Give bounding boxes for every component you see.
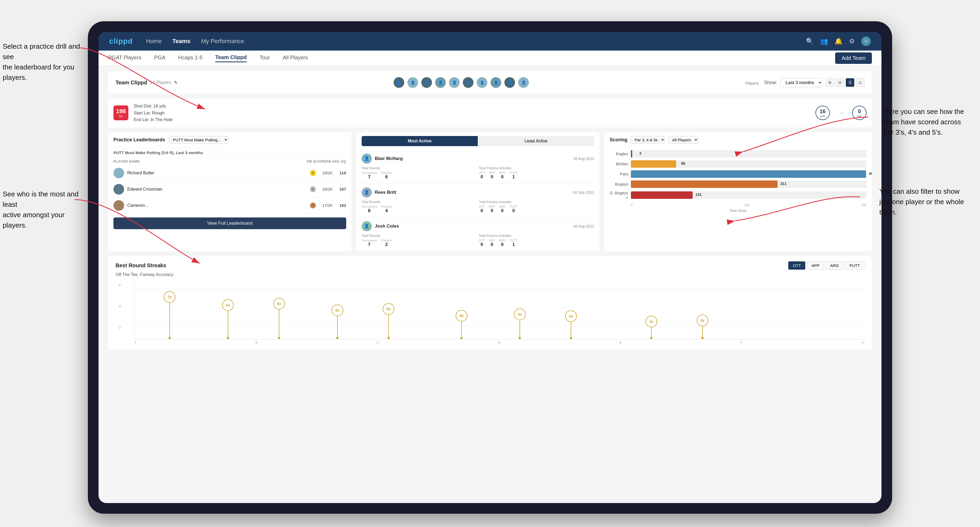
player-avatar-4[interactable]: 👤 [434, 77, 446, 88]
lb-score-2: 18/20 [319, 187, 332, 191]
nav-links: Home Teams My Performance [146, 38, 792, 45]
shot-info: Shot Dist: 16 yds Start Lie: Rough End L… [134, 103, 173, 123]
lb-sq-2: 107 [336, 187, 346, 191]
activity-player-1: 👤 Blair McHarg 26 Aug 2023 Total Rounds … [356, 150, 600, 184]
people-icon[interactable]: 👥 [820, 38, 828, 45]
grid-view-3[interactable]: ☰ [846, 78, 854, 87]
streaks-title: Best Round Streaks [116, 262, 788, 268]
player-avatars: 👤 👤 👤 👤 👤 👤 👤 👤 👤 👤 [183, 77, 740, 88]
view-icons: ⊞ ⊟ ☰ ⊡ [826, 78, 864, 87]
activity-panel: Most Active Least Active 👤 Blair McHarg … [356, 132, 600, 251]
subnav-all-players[interactable]: All Players [283, 55, 308, 62]
least-active-toggle[interactable]: Least Active [478, 136, 594, 146]
grid-view-4[interactable]: ⊡ [856, 78, 864, 87]
streak-pin-5x-1[interactable]: 5x [332, 305, 343, 339]
bell-icon[interactable]: 🔔 [835, 38, 843, 45]
practice-header: Practice Leaderboards PUTT Must Make Put… [108, 132, 352, 148]
player-avatar-1[interactable]: 👤 [393, 77, 405, 88]
practice-title: Practice Leaderboards [113, 137, 165, 143]
settings-icon[interactable]: ⚙ [849, 38, 855, 45]
shot-badge: 198 SC [113, 105, 128, 120]
search-icon[interactable]: 🔍 [806, 38, 814, 45]
filter-arg[interactable]: ARG [826, 261, 843, 270]
player-avatar-8[interactable]: 👤 [490, 77, 502, 88]
par-filter-select[interactable]: Par 3, 4 & 5s Par 3s Par 4s Par 5s [631, 136, 665, 144]
grid-view-2[interactable]: ⊟ [836, 78, 844, 87]
practice-leaderboard-panel: Practice Leaderboards PUTT Must Make Put… [108, 132, 352, 251]
lb-row-2[interactable]: Edward Crossman 2 18/20 107 [108, 181, 352, 197]
view-full-leaderboard-button[interactable]: View Full Leaderboard [113, 217, 346, 229]
lb-avatar-2 [113, 184, 124, 195]
player-avatar-10[interactable]: 👤 [518, 77, 530, 88]
streak-pin-3x-1[interactable]: 3x [646, 316, 657, 339]
shot-display: 198 SC Shot Dist: 16 yds Start Lie: Roug… [108, 98, 872, 127]
annotation-top-right: Here you can see how theteam have scored… [884, 106, 964, 138]
subnav-hcaps[interactable]: Hcaps 1-5 [178, 55, 202, 62]
nav-home[interactable]: Home [146, 38, 162, 45]
annotation-bottom-left: See who is the most and leastactive amon… [3, 189, 85, 230]
nav-icons: 🔍 👥 🔔 ⚙ U [806, 37, 871, 46]
player-filter-select[interactable]: All Players [668, 136, 698, 144]
subnav-pgat[interactable]: PGAT Players [108, 55, 142, 62]
activity-date-1: 26 Aug 2023 [573, 157, 594, 161]
subnav-pga[interactable]: PGA [154, 55, 165, 62]
player-avatar-6[interactable]: 👤 [462, 77, 474, 88]
main-content: Team Clippd 14 Players ✎ 👤 👤 👤 👤 👤 👤 👤 👤… [99, 66, 881, 503]
lb-avatar-1 [113, 168, 124, 178]
lb-badge-gold: 1 [310, 170, 316, 176]
grid-view-1[interactable]: ⊞ [826, 78, 834, 87]
lb-row-1[interactable]: Richard Butler 1 19/20 110 [108, 165, 352, 181]
subnav-tour[interactable]: Tour [259, 55, 270, 62]
streak-pin-4x-3[interactable]: 4x [565, 310, 577, 339]
lb-row-3[interactable]: Cameron... 3 17/20 103 [108, 197, 352, 214]
player-avatar-2[interactable]: 👤 [407, 77, 418, 88]
most-active-toggle[interactable]: Most Active [362, 136, 478, 146]
streak-pin-6x-2[interactable]: 6x [273, 298, 285, 339]
streak-pin-3x-2[interactable]: 3x [697, 314, 708, 339]
leaderboard-cols: PLAYER NAME PB SCORE PB AVG SQ [108, 158, 352, 165]
player-avatar-3[interactable]: 👤 [421, 77, 433, 88]
streaks-header: Best Round Streaks OTT APP ARG PUTT [116, 261, 864, 270]
scoring-panel: Scoring Par 3, 4 & 5s Par 3s Par 4s Par … [604, 132, 872, 251]
nav-performance[interactable]: My Performance [201, 38, 244, 45]
player-avatar-7[interactable]: 👤 [476, 77, 488, 88]
activity-header: Most Active Least Active [356, 132, 600, 150]
streaks-panel: Best Round Streaks OTT APP ARG PUTT Off … [108, 256, 872, 350]
bar-row-dbogeys: D. Bogeys + 131 [609, 190, 867, 200]
user-avatar[interactable]: U [861, 37, 871, 46]
chart-axis: 0 200 400 [609, 202, 867, 207]
drill-select[interactable]: PUTT Must Make Putting... [169, 136, 228, 144]
streak-pin-6x-1[interactable]: 6x [222, 299, 234, 339]
lb-badge-silver: 2 [310, 186, 316, 192]
show-bar: Show: Last 3 months Last 6 months This y… [764, 78, 864, 87]
streak-pin-7x-1[interactable]: 7x [164, 291, 175, 339]
scoring-header: Scoring Par 3, 4 & 5s Par 3s Par 4s Par … [604, 132, 872, 148]
nav-teams[interactable]: Teams [172, 38, 190, 45]
edit-icon[interactable]: ✎ [174, 80, 177, 85]
player-avatar-9[interactable]: 👤 [504, 77, 515, 88]
player-count: 14 Players [150, 80, 171, 85]
team-header: Team Clippd 14 Players ✎ 👤 👤 👤 👤 👤 👤 👤 👤… [108, 71, 872, 94]
bar-fill-eagles: 3 [631, 150, 632, 157]
bar-fill-pars: 499 [631, 170, 866, 178]
activity-toggle: Most Active Least Active [362, 136, 594, 146]
tablet-frame: clippd Home Teams My Performance 🔍 👥 🔔 ⚙… [88, 21, 892, 514]
streak-pin-4x-2[interactable]: 4x [514, 308, 526, 339]
add-team-button[interactable]: Add Team [835, 52, 872, 64]
filter-putt[interactable]: PUTT [845, 261, 864, 270]
period-select[interactable]: Last 3 months Last 6 months This year [781, 78, 822, 87]
activity-name-2: Rees Britt [375, 190, 570, 195]
streak-pin-4x-1[interactable]: 4x [456, 310, 467, 339]
three-cols: Practice Leaderboards PUTT Must Make Put… [108, 132, 872, 251]
lb-name-3: Cameron... [127, 203, 307, 208]
filter-ott[interactable]: OTT [788, 261, 805, 270]
subnav-team-clippd[interactable]: Team Clippd [215, 54, 247, 62]
player-avatar-5[interactable]: 👤 [449, 77, 460, 88]
activity-date-3: 26 Aug 2023 [573, 224, 594, 229]
activity-name-1: Blair McHarg [375, 156, 570, 161]
players-label: Players [745, 81, 759, 86]
activity-name-3: Josh Coles [375, 224, 570, 229]
filter-app[interactable]: APP [807, 261, 824, 270]
streak-pin-5x-2[interactable]: 5x [383, 303, 395, 339]
bar-row-bogeys: Bogeys 311 [609, 181, 867, 188]
